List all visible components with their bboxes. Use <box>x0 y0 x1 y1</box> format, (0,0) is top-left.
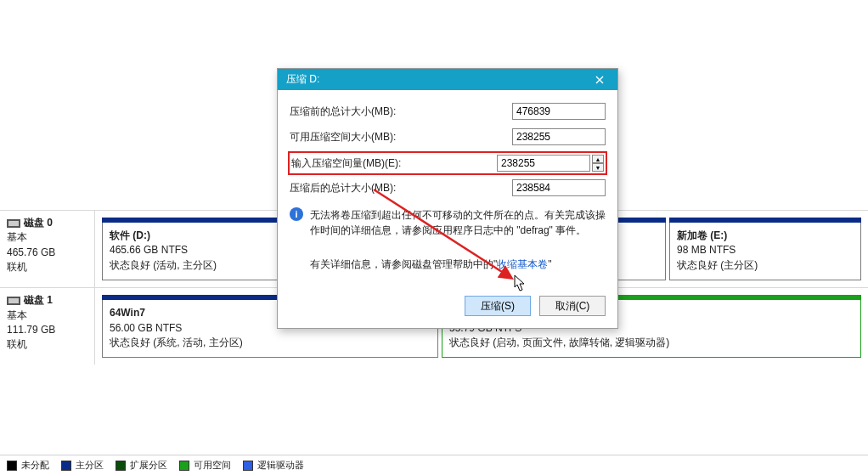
shrink-amount-spinner[interactable]: ▲ ▼ <box>592 155 604 172</box>
disk-size: 111.79 GB <box>7 323 87 337</box>
spinner-down-button[interactable]: ▼ <box>592 163 604 172</box>
row-total-after: 压缩后的总计大小(MB): <box>290 177 606 199</box>
cancel-button[interactable]: 取消(C) <box>539 296 606 316</box>
disk-status: 联机 <box>7 260 87 274</box>
label-shrink-amount: 输入压缩空间量(MB)(E): <box>291 156 497 171</box>
disk-head-1: 磁盘 1 基本 111.79 GB 联机 <box>0 288 95 365</box>
label-available: 可用压缩空间大小(MB): <box>290 130 512 144</box>
help-link[interactable]: 收缩基本卷 <box>497 258 548 270</box>
disk-head-0: 磁盘 0 基本 465.76 GB 联机 <box>0 211 95 287</box>
label-total-after: 压缩后的总计大小(MB): <box>290 181 512 195</box>
legend-unallocated: 未分配 <box>7 459 49 472</box>
spinner-up-button[interactable]: ▲ <box>592 155 604 163</box>
info-icon: i <box>290 207 303 221</box>
disk-type: 基本 <box>7 308 87 323</box>
disk-title: 磁盘 0 <box>24 216 53 230</box>
info-text-2: 有关详细信息，请参阅磁盘管理帮助中的"收缩基本卷" <box>310 257 606 272</box>
legend-primary: 主分区 <box>61 459 104 472</box>
shrink-button[interactable]: 压缩(S) <box>465 296 531 316</box>
disk-type: 基本 <box>7 230 87 245</box>
field-total-before <box>512 103 606 120</box>
disk-icon <box>7 297 20 305</box>
dialog-buttons: 压缩(S) 取消(C) <box>290 296 606 316</box>
field-total-after <box>512 179 606 196</box>
field-available <box>512 128 606 145</box>
legend-extended: 扩展分区 <box>116 459 167 472</box>
info-note: i 无法将卷压缩到超出任何不可移动的文件所在的点。有关完成该操作时间的详细信息，… <box>290 207 606 238</box>
disk-size: 465.76 GB <box>7 246 87 260</box>
row-total-before: 压缩前的总计大小(MB): <box>290 100 606 122</box>
disk-status: 联机 <box>7 337 87 352</box>
dialog-body: 压缩前的总计大小(MB): 可用压缩空间大小(MB): 输入压缩空间量(MB)(… <box>278 90 617 328</box>
volume-status: 状态良好 (主分区) <box>677 258 854 273</box>
row-shrink-amount-highlight: 输入压缩空间量(MB)(E): ▲ ▼ <box>288 151 607 175</box>
volume-title: 新加卷 (E:) <box>677 229 854 243</box>
volume-status: 状态良好 (系统, 活动, 主分区) <box>110 336 431 350</box>
label-total-before: 压缩前的总计大小(MB): <box>290 105 512 119</box>
legend-free: 可用空间 <box>179 459 231 472</box>
row-available: 可用压缩空间大小(MB): <box>290 126 606 148</box>
field-shrink-amount[interactable] <box>497 155 590 172</box>
disk-icon <box>7 219 20 228</box>
legend: 未分配 主分区 扩展分区 可用空间 逻辑驱动器 <box>0 455 868 475</box>
legend-logical: 逻辑驱动器 <box>243 459 304 472</box>
dialog-title: 压缩 D: <box>286 72 319 87</box>
volume-e[interactable]: 新加卷 (E:) 98 MB NTFS 状态良好 (主分区) <box>668 216 863 282</box>
shrink-dialog: 压缩 D: 压缩前的总计大小(MB): 可用压缩空间大小(MB): 输入压缩空间… <box>277 68 618 329</box>
close-button[interactable] <box>587 69 612 90</box>
volume-size: 98 MB NTFS <box>677 243 854 257</box>
info-text-1: 无法将卷压缩到超出任何不可移动的文件所在的点。有关完成该操作时间的详细信息，请参… <box>310 207 606 238</box>
info-help: 有关详细信息，请参阅磁盘管理帮助中的"收缩基本卷" <box>290 257 606 272</box>
volume-status: 状态良好 (启动, 页面文件, 故障转储, 逻辑驱动器) <box>449 336 854 350</box>
disk-title: 磁盘 1 <box>24 293 53 308</box>
dialog-titlebar[interactable]: 压缩 D: <box>278 69 617 90</box>
